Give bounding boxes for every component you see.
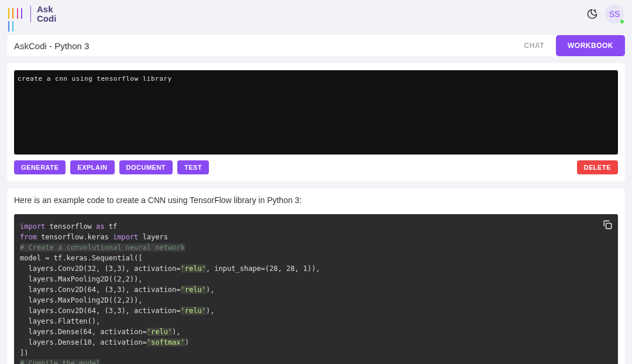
copy-icon[interactable] <box>602 219 613 231</box>
svg-point-0 <box>594 11 595 11</box>
generate-button[interactable]: GENERATE <box>14 160 66 174</box>
page-title: AskCodi - Python 3 <box>13 41 89 51</box>
tab-chat[interactable]: CHAT <box>513 35 556 56</box>
svg-rect-3 <box>606 224 612 229</box>
logo-divider <box>30 6 31 22</box>
avatar-initials: SS <box>609 9 620 19</box>
theme-toggle-icon[interactable] <box>586 8 598 20</box>
delete-button[interactable]: DELETE <box>577 160 618 174</box>
document-button[interactable]: DOCUMENT <box>119 160 173 174</box>
prompt-input[interactable]: create a cnn using tensorflow library <box>14 70 618 154</box>
input-card: create a cnn using tensorflow library GE… <box>7 63 625 181</box>
avatar[interactable]: SS <box>605 5 624 23</box>
header-card: AskCodi - Python 3 CHAT WORKBOOK <box>7 35 625 56</box>
svg-point-1 <box>595 12 596 12</box>
explain-button[interactable]: EXPLAIN <box>70 160 114 174</box>
status-dot <box>620 19 624 24</box>
brand-text: Ask Codi <box>37 5 56 23</box>
test-button[interactable]: TEST <box>177 160 209 174</box>
output-intro: Here is an example code to create a CNN … <box>14 195 618 205</box>
logo-mark-icon <box>8 6 25 22</box>
output-code-block: import tensorflow as tf from tensorflow.… <box>14 214 618 364</box>
svg-point-2 <box>595 10 596 11</box>
output-card: Here is an example code to create a CNN … <box>7 188 625 364</box>
brand-logo[interactable]: Ask Codi <box>8 5 56 23</box>
tab-group: CHAT WORKBOOK <box>513 35 625 56</box>
tab-workbook[interactable]: WORKBOOK <box>556 35 625 56</box>
